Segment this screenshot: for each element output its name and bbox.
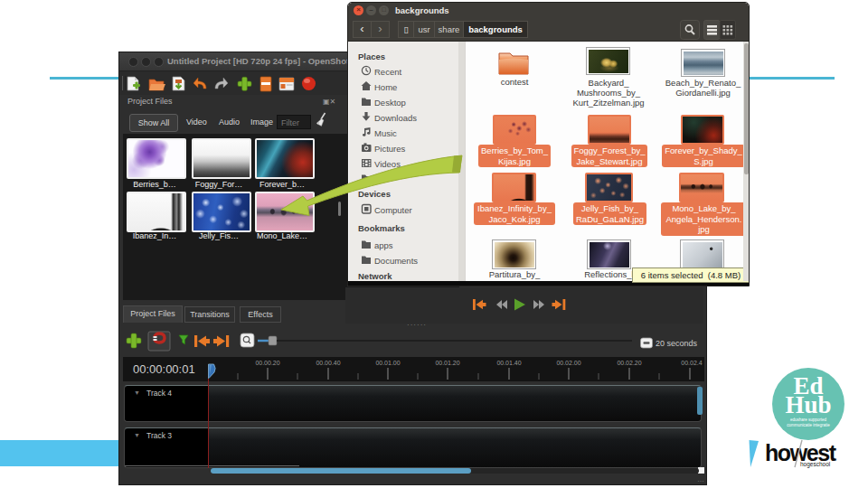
svg-text:00.01.00: 00.01.00 <box>375 360 400 366</box>
svg-text:00.01.40: 00.01.40 <box>496 360 521 366</box>
svg-text:00.02.4: 00.02.4 <box>681 360 702 366</box>
svg-text:00.02.20: 00.02.20 <box>617 360 641 366</box>
svg-text:00.01.20: 00.01.20 <box>435 360 459 366</box>
svg-text:00.00.20: 00.00.20 <box>255 360 279 366</box>
svg-text:00.02.00: 00.02.00 <box>556 360 580 366</box>
svg-text:00.00.40: 00.00.40 <box>316 360 340 366</box>
